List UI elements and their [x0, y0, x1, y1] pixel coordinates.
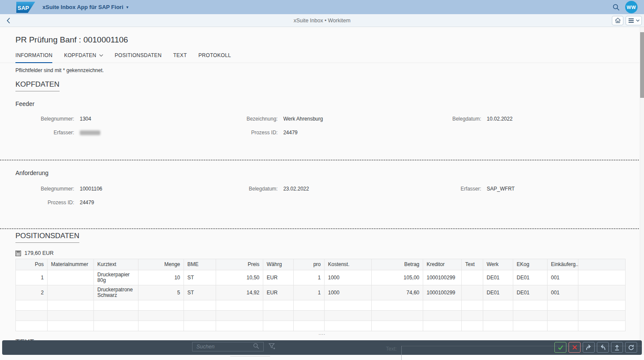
cell — [462, 270, 483, 285]
scrollbar-thumb[interactable] — [640, 32, 644, 98]
total-row: 179,60 EUR — [15, 250, 629, 256]
column-header[interactable]: Text — [462, 259, 483, 270]
field-label: Erfasser: — [422, 186, 487, 192]
tab-positionsdaten[interactable]: POSITIONSDATEN — [115, 52, 162, 63]
home-button[interactable] — [612, 16, 623, 25]
field-value: 24479 — [283, 130, 298, 136]
tab-protokoll[interactable]: PROTOKOLL — [199, 52, 231, 63]
group-title-anforderung: Anforderung — [15, 169, 629, 176]
tab-label: PROTOKOLL — [199, 52, 231, 58]
tab-kopfdaten[interactable]: KOPFDATEN — [64, 52, 103, 63]
field-value: SAP_WFRT — [487, 186, 515, 192]
cell: 14,92 — [216, 285, 263, 300]
column-header[interactable]: Betrag — [372, 259, 423, 270]
dotted-separator — [0, 228, 644, 229]
field-value: 23.02.2022 — [283, 186, 309, 192]
text-input-field[interactable] — [401, 355, 644, 360]
cell — [48, 285, 94, 300]
cell: Druckerpapier 80g — [94, 270, 138, 285]
refresh-button[interactable] — [625, 342, 637, 353]
section-title-kopfdaten: KOPFDATEN — [15, 80, 629, 91]
tab-label: INFORMATION — [15, 52, 52, 58]
cell: EUR — [263, 285, 294, 300]
avatar[interactable]: WW — [625, 1, 638, 13]
cell — [48, 270, 94, 285]
cell — [462, 285, 483, 300]
column-header[interactable]: Werk — [483, 259, 513, 270]
navigation-bar: xSuite Inbox • Workitem — [0, 14, 644, 27]
object-page: PR Prüfung Banf : 0010001106 INFORMATION… — [0, 27, 644, 360]
column-header[interactable]: Einkäuferg... — [548, 259, 578, 270]
column-header[interactable]: Pos — [16, 259, 48, 270]
text-field-label: Text: — [386, 346, 397, 352]
column-header[interactable]: Materialnummer — [48, 259, 94, 270]
cell: ST — [184, 285, 216, 300]
field-label: Belegdatum: — [422, 116, 487, 122]
back-button[interactable] — [4, 16, 13, 25]
app-title-menu[interactable]: xSuite Inbox App für SAP Fiori ▾ — [42, 4, 129, 10]
field-label: Belegnummer: — [15, 186, 80, 192]
field-belegdatum: Belegdatum: 10.02.2022 — [422, 116, 626, 122]
sap-logo[interactable]: SAP — [16, 2, 35, 13]
cell: 1000100299 — [423, 270, 462, 285]
column-header[interactable]: EKog — [513, 259, 548, 270]
column-header-filler — [578, 259, 626, 270]
table-row[interactable]: 2 Druckerpatrone Schwarz 5 ST 14,92 EUR … — [16, 285, 626, 300]
column-header[interactable]: pro — [294, 259, 325, 270]
column-header[interactable]: Kostenst. — [325, 259, 372, 270]
sap-logo-text: SAP — [18, 5, 29, 11]
field-label: Prozess ID: — [15, 200, 80, 206]
search-icon[interactable] — [612, 3, 620, 12]
field-prozess-id: Prozess ID: 24479 — [15, 200, 219, 206]
cell: 1 — [16, 270, 48, 285]
cell: DE01 — [513, 285, 548, 300]
field-prozess-id: Prozess ID: 24479 — [219, 130, 423, 136]
reject-button[interactable] — [569, 342, 581, 353]
field-belegnummer: Belegnummer: 10001106 — [15, 186, 219, 192]
cell: 1000 — [325, 285, 372, 300]
app-window: SAP xSuite Inbox App für SAP Fiori ▾ WW … — [0, 0, 644, 360]
tab-information[interactable]: INFORMATION — [15, 52, 52, 63]
column-header[interactable]: Preis — [216, 259, 263, 270]
tab-text[interactable]: TEXT — [173, 52, 187, 63]
chevron-down-icon — [636, 19, 640, 22]
undo-button[interactable] — [597, 342, 609, 353]
cell: 1 — [294, 270, 325, 285]
field-value: 10.02.2022 — [487, 116, 512, 122]
chevron-down-icon: ▾ — [126, 5, 129, 9]
cell: Druckerpatrone Schwarz — [94, 285, 138, 300]
table-row[interactable]: 1 Druckerpapier 80g 10 ST 10,50 EUR 1 10… — [16, 270, 626, 285]
column-header[interactable]: Kurztext — [94, 259, 138, 270]
column-header[interactable]: Währg — [263, 259, 294, 270]
search-icon[interactable] — [253, 343, 259, 349]
cell: 1000 — [325, 270, 372, 285]
cell-filler — [578, 270, 626, 285]
upload-button[interactable] — [611, 342, 623, 353]
toolbar-underline — [230, 356, 270, 357]
cell: EUR — [263, 270, 294, 285]
table-resize-handle[interactable]: .... — [15, 331, 629, 335]
column-header[interactable]: BME — [184, 259, 216, 270]
cell: 5 — [138, 285, 184, 300]
filter-icon[interactable] — [268, 343, 276, 350]
table-header-row: Pos Materialnummer Kurztext Menge BME Pr… — [16, 259, 626, 270]
cell: DE01 — [513, 270, 548, 285]
undo-arrow-icon — [599, 344, 606, 351]
approve-button[interactable] — [554, 342, 566, 353]
chevron-down-icon — [99, 54, 103, 57]
cell: 001 — [548, 270, 578, 285]
table-row-empty — [16, 311, 626, 321]
field-value: 24479 — [80, 200, 94, 206]
erfasser-value-redacted — [80, 130, 100, 135]
vertical-scrollbar[interactable] — [640, 27, 644, 360]
forward-button[interactable] — [583, 342, 595, 353]
column-header[interactable]: Kreditor — [423, 259, 462, 270]
required-fields-note: Pflichtfelder sind mit * gekennzeichnet. — [15, 67, 629, 73]
cell: 1000100299 — [423, 285, 462, 300]
cell: 74,60 — [372, 285, 423, 300]
breadcrumb: xSuite Inbox • Workitem — [0, 18, 644, 24]
field-value: 10001106 — [80, 186, 102, 192]
forward-arrow-icon — [585, 344, 592, 351]
column-header[interactable]: Menge — [138, 259, 184, 270]
menu-button[interactable] — [626, 16, 642, 25]
